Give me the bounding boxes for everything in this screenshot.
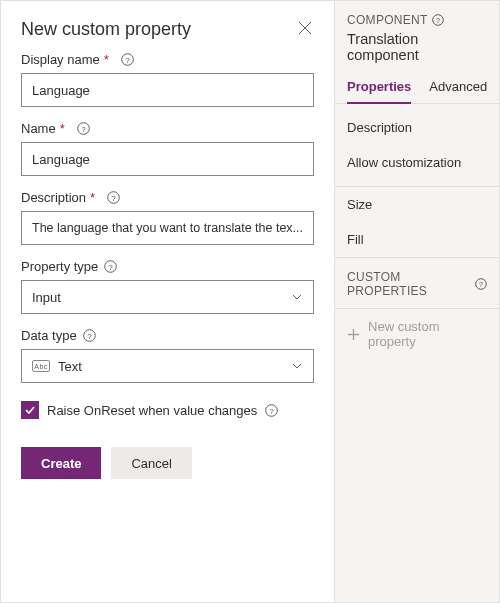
- text-type-icon: Abc: [32, 360, 50, 372]
- tab-advanced[interactable]: Advanced: [429, 71, 487, 103]
- chevron-down-icon: [291, 291, 303, 303]
- data-type-value: Text: [58, 359, 82, 374]
- property-type-value: Input: [32, 290, 61, 305]
- display-name-input[interactable]: [21, 73, 314, 107]
- help-icon[interactable]: ?: [432, 14, 445, 27]
- properties-panel: COMPONENT ? Translation component Proper…: [335, 1, 499, 602]
- help-icon[interactable]: ?: [83, 329, 96, 342]
- add-custom-property-button[interactable]: New custom property: [335, 308, 499, 359]
- raise-onreset-checkbox[interactable]: [21, 401, 39, 419]
- dialog-title: New custom property: [21, 19, 191, 40]
- svg-text:?: ?: [109, 263, 114, 272]
- close-icon: [298, 21, 312, 35]
- svg-text:?: ?: [111, 194, 116, 203]
- help-icon[interactable]: ?: [104, 260, 117, 273]
- required-marker: *: [60, 121, 65, 136]
- component-name: Translation component: [335, 31, 499, 71]
- chevron-down-icon: [291, 360, 303, 372]
- property-type-dropdown[interactable]: Input: [21, 280, 314, 314]
- property-item-fill[interactable]: Fill: [335, 222, 499, 257]
- required-marker: *: [104, 52, 109, 67]
- component-section-header: COMPONENT: [347, 13, 428, 27]
- raise-onreset-label: Raise OnReset when value changes: [47, 403, 257, 418]
- property-item-allow-customization[interactable]: Allow customization: [335, 145, 499, 180]
- add-custom-property-label: New custom property: [368, 319, 487, 349]
- cancel-button[interactable]: Cancel: [111, 447, 191, 479]
- svg-text:?: ?: [125, 56, 130, 65]
- description-label: Description: [21, 190, 86, 205]
- help-icon[interactable]: ?: [107, 191, 120, 204]
- name-input[interactable]: [21, 142, 314, 176]
- data-type-label: Data type: [21, 328, 77, 343]
- property-item-size[interactable]: Size: [335, 187, 499, 222]
- plus-icon: [347, 328, 360, 341]
- custom-properties-header: CUSTOM PROPERTIES: [347, 270, 471, 298]
- help-icon[interactable]: ?: [77, 122, 90, 135]
- help-icon[interactable]: ?: [265, 404, 278, 417]
- svg-text:?: ?: [436, 16, 440, 25]
- checkmark-icon: [24, 404, 36, 416]
- name-label: Name: [21, 121, 56, 136]
- property-type-label: Property type: [21, 259, 98, 274]
- help-icon[interactable]: ?: [121, 53, 134, 66]
- property-item-description[interactable]: Description: [335, 110, 499, 145]
- svg-text:?: ?: [87, 332, 92, 341]
- required-marker: *: [90, 190, 95, 205]
- svg-text:?: ?: [479, 280, 483, 289]
- help-icon[interactable]: ?: [475, 278, 487, 291]
- new-custom-property-dialog: New custom property Display name * ? Nam…: [1, 1, 335, 602]
- description-input[interactable]: The language that you want to translate …: [21, 211, 314, 245]
- svg-text:?: ?: [81, 125, 86, 134]
- display-name-label: Display name: [21, 52, 100, 67]
- data-type-dropdown[interactable]: Abc Text: [21, 349, 314, 383]
- svg-text:?: ?: [270, 406, 275, 415]
- create-button[interactable]: Create: [21, 447, 101, 479]
- tab-properties[interactable]: Properties: [347, 71, 411, 104]
- close-button[interactable]: [296, 19, 314, 37]
